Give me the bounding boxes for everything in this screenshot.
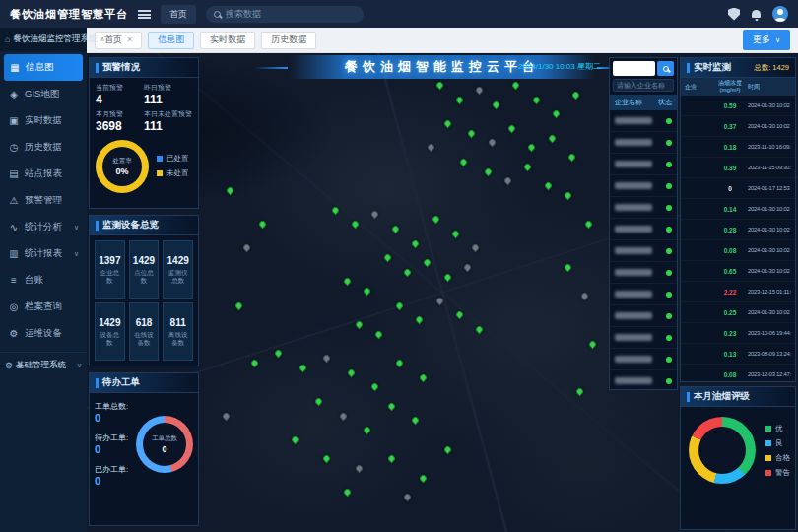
realtime-row[interactable]: 0.652024-01-30 10:02 [681,261,795,282]
more-button[interactable]: 更多 ∨ [743,30,790,50]
map-pin[interactable] [403,267,413,277]
map-pin[interactable] [403,493,413,502]
sidebar-group-header[interactable]: ⌂ 餐饮油烟监控管理系统 ∧ [0,28,87,51]
realtime-row[interactable]: 0.142024-01-30 10:02 [681,199,795,220]
company-row[interactable] [610,305,677,327]
map-pin[interactable] [575,387,585,397]
map-pin[interactable] [411,238,421,248]
map-pin[interactable] [547,133,557,143]
map-pin[interactable] [427,143,436,153]
sidebar-item-device-ops[interactable]: ⚙运维设备 [0,320,87,347]
map-pin[interactable] [390,225,400,234]
map-pin[interactable] [527,143,537,153]
map-pin[interactable] [475,86,485,96]
map-pin[interactable] [394,359,404,368]
map-pin[interactable] [258,220,268,230]
map-pin[interactable] [233,300,243,310]
company-row[interactable] [610,240,677,262]
company-row[interactable] [610,370,677,390]
map-pin[interactable] [363,426,372,435]
map-pin[interactable] [274,349,284,359]
nav-home-chip[interactable]: 首页 [161,5,196,24]
map-pin[interactable] [394,300,404,310]
map-pin[interactable] [355,320,365,330]
company-row[interactable] [610,284,677,305]
map-pin[interactable] [314,396,324,406]
map-pin[interactable] [579,292,589,301]
map-pin[interactable] [250,359,260,368]
company-row[interactable] [610,327,677,349]
sidebar-item-stats-analysis[interactable]: ∿统计分析∨ [0,214,87,240]
map-pin[interactable] [415,315,425,325]
sidebar-item-ledger[interactable]: ≡台账 [0,267,87,294]
realtime-row[interactable]: 0.082024-01-30 10:02 [681,240,795,261]
sidebar-item-realtime-data[interactable]: ▣实时数据 [0,107,87,134]
company-row[interactable] [610,197,677,219]
sidebar-group-base-system[interactable]: ⚙ 基础管理系统 ∨ [0,352,87,378]
realtime-row[interactable]: 0.082023-12-03 12:47:02 [681,365,795,382]
map-pin[interactable] [226,186,235,196]
map-pin[interactable] [552,109,562,119]
map-pin[interactable] [531,95,541,104]
user-avatar[interactable] [772,6,788,22]
realtime-row[interactable]: 2.222023-12-15 01:11:00 [681,282,795,302]
realtime-row[interactable]: 02024-01-17 12:53 [681,178,795,199]
company-search-input[interactable] [613,61,655,76]
map-pin[interactable] [322,354,332,364]
map-pin[interactable] [342,488,352,498]
tab-realtime-data[interactable]: 实时数据 [200,32,255,49]
map-pin[interactable] [351,220,361,230]
map-pin[interactable] [419,473,429,483]
map-pin[interactable] [564,262,573,272]
map-pin[interactable] [564,190,573,200]
map-pin[interactable] [342,277,352,287]
map-pin[interactable] [442,272,452,282]
map-pin[interactable] [386,401,396,411]
map-pin[interactable] [382,253,392,263]
company-row[interactable] [610,219,677,240]
map-pin[interactable] [583,220,593,230]
sidebar-item-history-data[interactable]: ◷历史数据 [0,134,87,161]
sidebar-item-info-chart[interactable]: ▦信息图 [4,54,83,81]
map-pin[interactable] [567,153,577,163]
shield-icon[interactable] [728,8,740,21]
header-search-input[interactable] [226,9,356,19]
map-pin[interactable] [355,464,365,474]
tab-info-chart[interactable]: 信息图 [148,32,194,49]
tab-history-data[interactable]: 历史数据 [261,32,316,49]
map-pin[interactable] [455,95,465,104]
map-pin[interactable] [467,128,477,138]
header-search[interactable] [206,6,364,23]
map-pin[interactable] [442,119,452,129]
realtime-row[interactable]: 0.372024-01-30 10:02 [681,116,795,137]
realtime-row[interactable]: 0.282024-01-30 10:02 [681,220,795,240]
map-pin[interactable] [322,454,332,464]
map-pin[interactable] [419,372,429,382]
map-pin[interactable] [483,166,493,176]
sidebar-item-gis-map[interactable]: ◈GIS地图 [0,81,87,107]
company-filter-input[interactable]: 请输入企业名称 [613,79,674,92]
map-pin[interactable] [431,215,440,225]
company-row[interactable] [610,262,677,284]
map-pin[interactable] [222,411,232,421]
map-pin[interactable] [503,176,513,186]
map-pin[interactable] [543,181,553,191]
map-pin[interactable] [487,138,497,148]
map-pin[interactable] [370,210,380,220]
realtime-row[interactable]: 0.392023-11-15 09:30:21 [681,158,795,178]
map-pin[interactable] [411,416,421,426]
sidebar-item-warning-manage[interactable]: ⚠预警管理 [0,187,87,214]
realtime-row[interactable]: 0.132023-08-09 13:24:00 [681,344,795,365]
bell-icon[interactable] [752,10,761,18]
map-pin[interactable] [523,162,533,171]
map-pin[interactable] [330,205,340,215]
sidebar-item-archive-search[interactable]: ◎档案查询 [0,294,87,320]
map-pin[interactable] [511,81,521,91]
menu-toggle-icon[interactable] [138,10,151,19]
map-pin[interactable] [434,296,444,305]
map-pin[interactable] [491,100,500,109]
map-pin[interactable] [459,157,469,166]
map-pin[interactable] [451,229,461,238]
company-row[interactable] [610,132,677,154]
map-pin[interactable] [455,310,465,320]
